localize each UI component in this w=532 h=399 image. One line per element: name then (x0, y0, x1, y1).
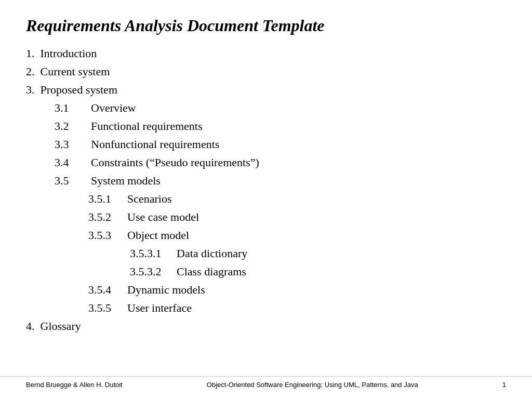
list-item: 3.2Functional requirements (55, 117, 506, 135)
toc-label: Scenarios (127, 190, 172, 207)
toc-label: Overview (91, 99, 136, 116)
list-item: 3.5.1Scenarios (88, 190, 506, 207)
toc-num: 3.5.1 (88, 190, 127, 207)
page-title: Requirements Analysis Document Template (26, 16, 506, 35)
toc-num: 3.5.3.1 (130, 245, 177, 262)
toc-label: Object model (127, 227, 189, 244)
toc-label: Functional requirements (91, 117, 202, 135)
toc-num: 3.3 (55, 136, 91, 153)
toc-num: 3.5.2 (88, 208, 127, 225)
toc-num: 3.5.4 (88, 281, 127, 298)
toc-num: 3.5.3 (88, 227, 127, 244)
list-item: 4. Glossary (26, 317, 506, 335)
list-item: 3.5System models (55, 172, 506, 189)
toc-label: Constraints (“Pseudo requirements”) (91, 154, 259, 171)
footer-left: Bernd Bruegge & Allen H. Dutoit (26, 381, 123, 389)
list-item: 3.5.3.1Data dictionary (130, 245, 506, 262)
toc-num: 3.5.3.2 (130, 263, 177, 280)
list-item: 3.4Constraints (“Pseudo requirements”) (55, 154, 506, 171)
toc-label: Use case model (127, 208, 199, 225)
list-item: 3.5.3Object model (88, 227, 506, 244)
list-item: 3.1Overview (55, 99, 506, 116)
footer-center: Object-Oriented Software Engineering: Us… (207, 381, 418, 389)
toc-label: Dynamic models (127, 281, 205, 298)
list-item: 3.5.3.2Class diagrams (130, 263, 506, 280)
page: Requirements Analysis Document Template … (0, 0, 532, 399)
toc-label: Nonfunctional requirements (91, 136, 219, 153)
list-item: 1. Introduction (26, 45, 506, 62)
toc-num: 3.2 (55, 117, 91, 135)
toc-num: 3.1 (55, 99, 91, 116)
toc-label: System models (91, 172, 161, 189)
list-item: 3.5.2Use case model (88, 208, 506, 225)
toc-label: User interface (127, 299, 192, 316)
list-item: 2. Current system (26, 63, 506, 80)
footer-right: 1 (502, 381, 506, 389)
list-item: 3. Proposed system (26, 81, 506, 98)
toc-label: Class diagrams (177, 263, 246, 280)
list-item: 3.5.5User interface (88, 299, 506, 316)
footer: Bernd Bruegge & Allen H. Dutoit Object-O… (0, 376, 532, 389)
toc-label: Data dictionary (177, 245, 247, 262)
toc-num: 3.5.5 (88, 299, 127, 316)
table-of-contents: 1. Introduction2. Current system3. Propo… (26, 45, 506, 335)
list-item: 3.5.4Dynamic models (88, 281, 506, 298)
toc-num: 3.4 (55, 154, 91, 171)
toc-num: 3.5 (55, 172, 91, 189)
list-item: 3.3Nonfunctional requirements (55, 136, 506, 153)
